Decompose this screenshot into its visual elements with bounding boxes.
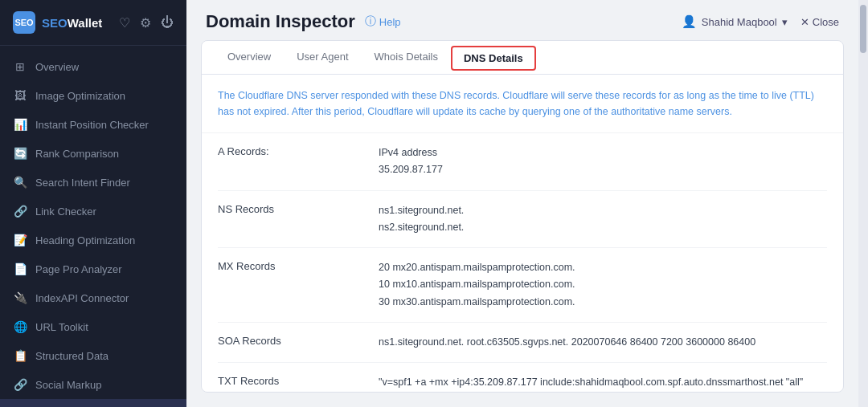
- sidebar-item-structured-data[interactable]: 📋 Structured Data: [0, 341, 186, 370]
- sidebar-item-label: Social Markup: [35, 379, 101, 391]
- topbar: Domain Inspector ⓘ Help 👤 Shahid Maqbool…: [186, 0, 858, 40]
- tab-user-agent[interactable]: User Agent: [284, 41, 361, 75]
- close-icon: ✕: [800, 16, 809, 28]
- nav-icon-social-markup: 🔗: [13, 377, 27, 392]
- dns-table: A Records:IPv4 address35.209.87.177NS Re…: [202, 133, 843, 393]
- user-icon: 👤: [682, 14, 697, 29]
- sidebar-item-instant-position-checker[interactable]: 📊 Instant Position Checker: [0, 110, 186, 139]
- sidebar-item-image-optimization[interactable]: 🖼 Image Optimization: [0, 81, 186, 110]
- nav-icon-link-checker: 🔗: [13, 204, 27, 218]
- dns-label: NS Records: [218, 202, 362, 215]
- sidebar-item-page-pro-analyzer[interactable]: 📄 Page Pro Analyzer: [0, 254, 186, 283]
- dns-value: "v=spf1 +a +mx +ip4:35.209.87.177 includ…: [379, 374, 827, 391]
- nav-icon-indexapi-connector: 🔌: [13, 291, 27, 305]
- sidebar-item-label: Rank Comparison: [35, 148, 119, 160]
- sidebar-item-label: Heading Optimization: [35, 234, 135, 246]
- heart-icon[interactable]: ♡: [119, 15, 130, 31]
- dns-row: A Records:IPv4 address35.209.87.177: [218, 133, 827, 191]
- sidebar-item-label: Overview: [35, 61, 79, 73]
- sidebar-item-label: URL Toolkit: [35, 321, 88, 333]
- sidebar-item-label: Structured Data: [35, 350, 108, 362]
- logo-area: SEO SEOWallet: [13, 11, 102, 34]
- nav-icon-search-intent-finder: 🔍: [13, 175, 27, 189]
- dns-value: ns1.siteground.net. root.c63505.sgvps.ne…: [379, 334, 827, 351]
- dns-label: A Records:: [218, 144, 362, 157]
- dns-label: MX Records: [218, 259, 362, 272]
- sidebar-item-indexapi-connector[interactable]: 🔌 IndexAPI Connector: [0, 283, 186, 312]
- dns-row: NS Recordsns1.siteground.net.ns2.sitegro…: [218, 191, 827, 249]
- dns-label: SOA Records: [218, 334, 362, 347]
- content-panel: OverviewUser AgentWhois DetailsDNS Detai…: [201, 40, 844, 393]
- question-icon: ⓘ: [365, 14, 376, 29]
- user-menu[interactable]: 👤 Shahid Maqbool ▾: [682, 14, 788, 29]
- scrollbar[interactable]: [858, 0, 868, 407]
- user-name: Shahid Maqbool: [702, 16, 777, 28]
- nav-icon-heading-optimization: 📝: [13, 233, 27, 247]
- sidebar-item-label: IndexAPI Connector: [35, 292, 129, 304]
- nav-icon-page-pro-analyzer: 📄: [13, 262, 27, 276]
- main-content: Domain Inspector ⓘ Help 👤 Shahid Maqbool…: [186, 0, 858, 407]
- nav-icon-rank-comparison: 🔄: [13, 146, 27, 161]
- power-icon[interactable]: ⏻: [161, 15, 174, 30]
- tab-whois-details[interactable]: Whois Details: [362, 41, 451, 75]
- sidebar-item-label: Instant Position Checker: [35, 119, 149, 131]
- dns-value: ns1.siteground.net.ns2.siteground.net.: [379, 202, 827, 237]
- close-button[interactable]: ✕ Close: [800, 16, 839, 28]
- logo-text: SEOWallet: [42, 16, 102, 30]
- sidebar-item-heading-optimization[interactable]: 📝 Heading Optimization: [0, 226, 186, 254]
- sidebar-item-search-intent-finder[interactable]: 🔍 Search Intent Finder: [0, 168, 186, 197]
- help-link[interactable]: ⓘ Help: [365, 14, 401, 29]
- dns-label: TXT Records: [218, 374, 362, 387]
- dns-row: SOA Recordsns1.siteground.net. root.c635…: [218, 323, 827, 363]
- logo-icon: SEO: [13, 11, 35, 34]
- topbar-right: 👤 Shahid Maqbool ▾ ✕ Close: [682, 14, 839, 29]
- sidebar-item-social-markup[interactable]: 🔗 Social Markup: [0, 370, 186, 399]
- tab-dns-details[interactable]: DNS Details: [451, 46, 536, 71]
- dns-value: IPv4 address35.209.87.177: [379, 144, 827, 179]
- scroll-thumb: [860, 5, 866, 53]
- nav-icon-instant-position-checker: 📊: [13, 117, 27, 132]
- page-title: Domain Inspector: [206, 11, 355, 32]
- sidebar-item-label: Link Checker: [35, 206, 96, 218]
- info-text: The Cloudflare DNS server responded with…: [202, 75, 843, 133]
- topbar-left: Domain Inspector ⓘ Help: [206, 11, 401, 32]
- nav-icon-image-optimization: 🖼: [13, 88, 27, 103]
- sidebar-item-rank-comparison[interactable]: 🔄 Rank Comparison: [0, 139, 186, 168]
- sidebar-item-url-toolkit[interactable]: 🌐 URL Toolkit: [0, 312, 186, 341]
- nav-icon-structured-data: 📋: [13, 348, 27, 363]
- dns-row: TXT Records"v=spf1 +a +mx +ip4:35.209.87…: [218, 363, 827, 393]
- sidebar-nav: ⊞ Overview 🖼 Image Optimization 📊 Instan…: [0, 46, 186, 407]
- dns-value: 20 mx20.antispam.mailspamprotection.com.…: [379, 259, 827, 311]
- chevron-down-icon: ▾: [782, 16, 788, 28]
- sidebar-item-domain-inspector[interactable]: 🔎 Domain Inspector: [0, 399, 186, 407]
- tabs-bar: OverviewUser AgentWhois DetailsDNS Detai…: [202, 41, 843, 75]
- sidebar-item-link-checker[interactable]: 🔗 Link Checker: [0, 197, 186, 226]
- sidebar-item-overview[interactable]: ⊞ Overview: [0, 52, 186, 81]
- tab-overview[interactable]: Overview: [215, 41, 284, 75]
- header-icons: ♡ ⚙ ⏻: [119, 15, 174, 31]
- sidebar-header: SEO SEOWallet ♡ ⚙ ⏻: [0, 0, 186, 46]
- nav-icon-overview: ⊞: [13, 59, 27, 74]
- sidebar-item-label: Page Pro Analyzer: [35, 263, 122, 275]
- nav-icon-url-toolkit: 🌐: [13, 319, 27, 334]
- sidebar: SEO SEOWallet ♡ ⚙ ⏻ ⊞ Overview 🖼 Image O…: [0, 0, 186, 407]
- sidebar-item-label: Search Intent Finder: [35, 177, 130, 189]
- sidebar-item-label: Image Optimization: [35, 90, 125, 102]
- dns-row: MX Records20 mx20.antispam.mailspamprote…: [218, 248, 827, 323]
- gear-icon[interactable]: ⚙: [140, 15, 151, 31]
